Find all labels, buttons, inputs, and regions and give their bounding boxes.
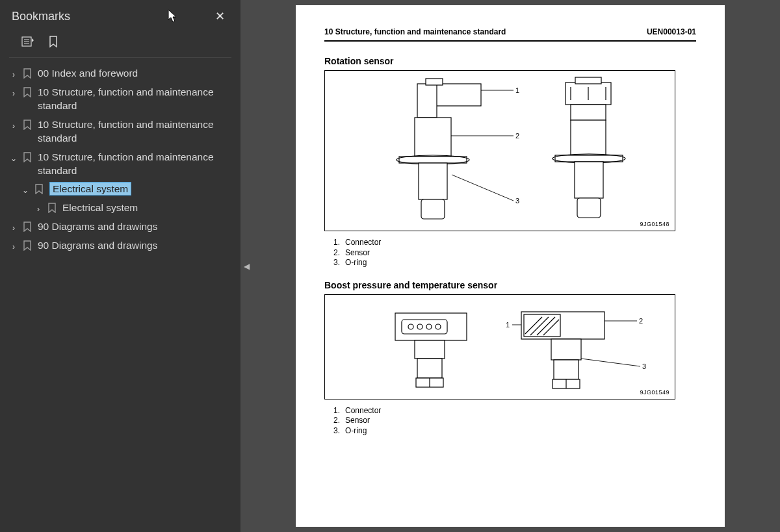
section-title: Boost pressure and temperature sensor bbox=[324, 280, 696, 290]
bookmark-icon bbox=[32, 183, 46, 194]
svg-rect-35 bbox=[415, 340, 445, 359]
bookmark-label: 10 Structure, function and maintenance s… bbox=[34, 151, 234, 178]
find-bookmark-icon[interactable] bbox=[47, 35, 61, 49]
bookmark-item[interactable]: › 10 Structure, function and maintenance… bbox=[5, 116, 235, 148]
bookmark-label: Electrical system bbox=[46, 183, 234, 196]
svg-text:3: 3 bbox=[515, 197, 519, 205]
bookmark-label: 90 Diagrams and drawings bbox=[34, 220, 234, 234]
svg-text:1: 1 bbox=[515, 86, 519, 94]
page-header-left: 10 Structure, function and maintenance s… bbox=[324, 27, 506, 36]
bookmarks-toolbar bbox=[9, 31, 231, 58]
bookmark-list[interactable]: › 00 Index and foreword › 10 Structure, … bbox=[0, 62, 240, 258]
chevron-right-icon[interactable]: › bbox=[6, 67, 21, 80]
page-header-right: UEN00013-01 bbox=[647, 27, 696, 36]
svg-rect-28 bbox=[577, 198, 601, 218]
svg-rect-27 bbox=[575, 162, 603, 198]
figure-code: 9JG01549 bbox=[640, 389, 670, 396]
svg-rect-11 bbox=[421, 199, 445, 219]
bookmark-label: 10 Structure, function and maintenance s… bbox=[34, 86, 234, 113]
svg-line-53 bbox=[581, 359, 640, 366]
bookmark-item[interactable]: › 10 Structure, function and maintenance… bbox=[5, 83, 235, 116]
outline-options-icon[interactable] bbox=[21, 35, 35, 49]
bookmarks-title: Bookmarks bbox=[12, 10, 70, 23]
page-header: 10 Structure, function and maintenance s… bbox=[324, 27, 696, 42]
figure-boost-sensor: 1 2 3 9JG01549 bbox=[324, 294, 675, 399]
svg-rect-5 bbox=[417, 84, 437, 118]
svg-text:1: 1 bbox=[506, 321, 510, 329]
figure-code: 9JG01548 bbox=[640, 221, 670, 227]
document-viewport[interactable]: 10 Structure, function and maintenance s… bbox=[240, 0, 780, 532]
svg-rect-22 bbox=[575, 77, 601, 84]
bookmark-item[interactable]: › 00 Index and foreword bbox=[5, 64, 235, 83]
bookmark-item[interactable]: › 90 Diagrams and drawings bbox=[5, 218, 235, 236]
bookmark-item[interactable]: ⌄ 10 Structure, function and maintenance… bbox=[5, 148, 235, 181]
chevron-down-icon[interactable]: ⌄ bbox=[6, 151, 21, 164]
bookmark-icon bbox=[21, 220, 34, 232]
pdf-page: 10 Structure, function and maintenance s… bbox=[296, 5, 725, 527]
svg-rect-7 bbox=[415, 118, 451, 157]
svg-rect-36 bbox=[417, 359, 442, 378]
bookmark-icon bbox=[21, 118, 34, 130]
bookmark-item-selected[interactable]: ⌄ Electrical system bbox=[5, 180, 235, 199]
svg-line-16 bbox=[452, 175, 514, 201]
collapse-sidebar-icon[interactable]: ◀ bbox=[244, 262, 250, 271]
bookmark-item[interactable]: › Electrical system bbox=[5, 199, 235, 218]
svg-rect-25 bbox=[555, 155, 623, 162]
close-icon[interactable]: ✕ bbox=[211, 8, 229, 25]
bookmark-icon bbox=[21, 151, 34, 162]
chevron-right-icon[interactable]: › bbox=[6, 220, 21, 233]
bookmark-label: 90 Diagrams and drawings bbox=[34, 239, 234, 253]
bookmark-label: Electrical system bbox=[58, 201, 234, 215]
chevron-right-icon[interactable]: › bbox=[6, 86, 21, 99]
bookmarks-panel: Bookmarks ✕ › 00 Index and foreword › 10… bbox=[0, 0, 240, 532]
chevron-right-icon[interactable]: › bbox=[31, 201, 46, 214]
bookmark-icon bbox=[21, 67, 34, 79]
bookmark-label: 10 Structure, function and maintenance s… bbox=[34, 118, 234, 146]
bookmarks-header: Bookmarks ✕ bbox=[0, 0, 240, 31]
chevron-right-icon[interactable]: › bbox=[6, 239, 21, 252]
parts-list: 1.Connector 2.Sensor 3.O-ring bbox=[328, 406, 696, 437]
svg-text:2: 2 bbox=[515, 132, 519, 140]
bookmark-icon bbox=[21, 239, 34, 251]
svg-rect-24 bbox=[571, 120, 606, 155]
svg-rect-46 bbox=[554, 360, 578, 379]
bookmark-icon bbox=[46, 201, 58, 213]
section-title: Rotation sensor bbox=[324, 56, 696, 66]
bookmark-item[interactable]: › 90 Diagrams and drawings bbox=[5, 236, 235, 255]
bookmark-label: 00 Index and foreword bbox=[34, 67, 234, 81]
svg-rect-45 bbox=[551, 339, 581, 360]
figure-rotation-sensor: 1 2 3 bbox=[324, 70, 675, 231]
svg-rect-4 bbox=[436, 84, 481, 106]
svg-rect-23 bbox=[571, 105, 606, 120]
svg-text:2: 2 bbox=[639, 317, 643, 325]
bookmark-icon bbox=[21, 86, 34, 97]
svg-rect-10 bbox=[419, 163, 447, 199]
svg-rect-8 bbox=[399, 157, 467, 163]
chevron-down-icon[interactable]: ⌄ bbox=[18, 183, 32, 196]
svg-rect-6 bbox=[426, 79, 443, 85]
chevron-right-icon[interactable]: › bbox=[6, 118, 21, 131]
parts-list: 1.Connector 2.Sensor 3.O-ring bbox=[328, 238, 696, 268]
svg-text:3: 3 bbox=[642, 362, 646, 370]
